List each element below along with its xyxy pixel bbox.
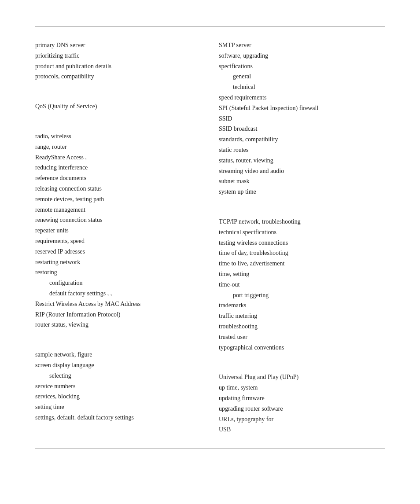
index-item: port triggering — [219, 290, 385, 301]
index-item: time-out — [219, 280, 385, 290]
index-item: up time, system — [219, 383, 385, 393]
index-item: trusted user — [219, 332, 385, 342]
index-item: system up time — [219, 187, 385, 197]
index-item: primary DNS server — [35, 40, 201, 51]
index-item: services, blocking — [35, 391, 201, 402]
spacer — [35, 330, 201, 340]
index-item: URLs, typography for — [219, 414, 385, 425]
index-item: radio, wireless — [35, 131, 201, 142]
index-item: ReadyShare Access , — [35, 152, 201, 163]
index-item: restarting network — [35, 257, 201, 268]
index-item: time to live, advertisement — [219, 258, 385, 269]
index-item: static routes — [219, 145, 385, 155]
index-item: speed requirements — [219, 92, 385, 103]
spacer — [35, 112, 201, 121]
spacer — [219, 207, 385, 217]
index-item: remote management — [35, 205, 201, 215]
index-item: specifications — [219, 61, 385, 72]
spacer — [35, 82, 201, 92]
index-item: technical specifications — [219, 227, 385, 238]
spacer — [35, 340, 201, 349]
index-item: protocols, compatibility — [35, 71, 201, 82]
index-item: standards, compatibility — [219, 134, 385, 145]
index-item: product and publication details — [35, 61, 201, 72]
index-item: Restrict Wireless Access by MAC Address — [35, 299, 201, 309]
index-item: setting time — [35, 402, 201, 412]
index-item: screen display language — [35, 360, 201, 371]
index-item: RIP (Router Information Protocol) — [35, 309, 201, 320]
index-item: QoS (Quality of Service) — [35, 101, 201, 112]
index-item: prioritizing traffic — [35, 51, 201, 61]
bottom-divider — [35, 448, 385, 449]
index-item: service numbers — [35, 381, 201, 392]
index-item: reserved IP adresses — [35, 246, 201, 257]
spacer — [35, 121, 201, 131]
index-item: remote devices, testing path — [35, 194, 201, 205]
right-column: SMTP serversoftware, upgradingspecificat… — [219, 40, 385, 435]
index-item: SSID — [219, 114, 385, 124]
index-item: Universal Plug and Play (UPnP) — [219, 372, 385, 383]
index-item: releasing connection status — [35, 184, 201, 194]
index-item: settings, default. default factory setti… — [35, 412, 201, 423]
index-item: router status, viewing — [35, 320, 201, 330]
spacer — [219, 197, 385, 207]
index-item: restoring — [35, 267, 201, 278]
index-item: selecting — [35, 371, 201, 381]
index-item: technical — [219, 82, 385, 92]
index-item: software, upgrading — [219, 51, 385, 61]
index-item: USB — [219, 424, 385, 435]
page-container: primary DNS serverprioritizing trafficpr… — [0, 0, 420, 475]
index-item: streaming video and audio — [219, 166, 385, 177]
index-item: testing wireless connections — [219, 238, 385, 248]
index-item: sample network, figure — [35, 349, 201, 360]
index-item: configuration — [35, 278, 201, 288]
index-item: time of day, troubleshooting — [219, 248, 385, 258]
index-item: default factory settings , , — [35, 288, 201, 299]
index-item: SPI (Stateful Packet Inspection) firewal… — [219, 103, 385, 114]
index-item: troubleshooting — [219, 321, 385, 332]
left-column: primary DNS serverprioritizing trafficpr… — [35, 40, 201, 435]
index-item: trademarks — [219, 300, 385, 311]
spacer — [219, 362, 385, 372]
index-item: range, router — [35, 142, 201, 152]
index-item: repeater units — [35, 225, 201, 236]
index-item: reducing interference — [35, 162, 201, 173]
index-item: renewing connection status — [35, 215, 201, 225]
spacer — [35, 92, 201, 101]
index-item: general — [219, 71, 385, 82]
index-item: TCP/IP network, troubleshooting — [219, 217, 385, 227]
spacer — [219, 353, 385, 362]
index-item: upgrading router software — [219, 404, 385, 414]
index-item: updating firmware — [219, 393, 385, 404]
index-item: SSID broadcast — [219, 124, 385, 134]
index-item: reference documents — [35, 173, 201, 184]
index-item: requirements, speed — [35, 236, 201, 246]
index-columns: primary DNS serverprioritizing trafficpr… — [35, 40, 385, 435]
index-item: typographical conventions — [219, 342, 385, 353]
index-item: status, router, viewing — [219, 155, 385, 166]
top-divider — [35, 26, 385, 27]
index-item: traffic metering — [219, 311, 385, 321]
index-item: subnet mask — [219, 176, 385, 187]
index-item: SMTP server — [219, 40, 385, 51]
index-item: time, setting — [219, 269, 385, 280]
